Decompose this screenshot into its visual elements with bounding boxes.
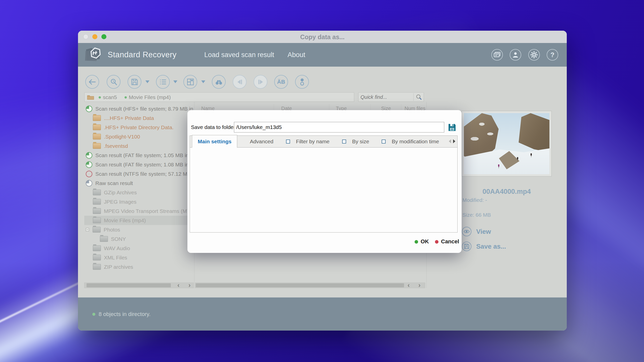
tabs-scroll-right-icon[interactable] <box>453 139 455 143</box>
skier-figure <box>517 157 518 159</box>
tree-item-icon <box>93 227 101 233</box>
tree-item[interactable]: ....HFS+ Private Data <box>84 113 194 123</box>
next-icon[interactable] <box>254 75 267 89</box>
panels-icon[interactable] <box>183 75 197 89</box>
tree-item[interactable]: Raw scan result <box>84 178 194 188</box>
browse-save-icon[interactable] <box>447 123 457 132</box>
preview-size: Size: 66 MB <box>462 212 491 218</box>
gear-icon[interactable] <box>528 49 540 61</box>
tree-item[interactable]: SONY <box>84 234 194 244</box>
tree-item[interactable]: .fseventsd <box>84 141 194 151</box>
scroll-right-icon[interactable]: › <box>418 282 421 289</box>
preview-filename: 00AA4000.mp4 <box>462 188 552 196</box>
scroll-left-icon[interactable]: ‹ <box>408 282 410 289</box>
tree-item[interactable]: Scan result (FAT file system; 1.05 MB in… <box>84 151 194 160</box>
ok-button[interactable]: OK <box>421 238 429 245</box>
tree-item-icon <box>86 180 92 187</box>
tree-item[interactable]: Scan result (HFS+ file system; 8.79 MB i… <box>84 104 194 113</box>
window-title: Copy data as... <box>78 33 567 41</box>
tree-item[interactable]: Scan result (NTFS file system; 57.12 MB … <box>84 169 194 178</box>
destination-path-input[interactable] <box>234 122 444 132</box>
tree-item-icon <box>93 124 101 130</box>
save-dropdown-icon[interactable] <box>145 80 149 83</box>
tab-checkbox[interactable] <box>342 140 346 144</box>
tree-item-icon <box>93 143 101 149</box>
tree-item[interactable]: ZIP archives <box>84 262 194 272</box>
status-text: 8 objects in directory. <box>99 311 150 318</box>
ok-dot-icon <box>415 240 418 244</box>
cancel-dot-icon <box>435 240 438 244</box>
tree-item-icon <box>93 199 101 205</box>
tree-item[interactable]: .Spotlight-V100 <box>84 132 194 141</box>
tree-item-icon <box>93 255 101 260</box>
log-icon[interactable] <box>491 49 503 61</box>
skier-figure <box>498 164 499 167</box>
app-header: Standard Recovery Load saved scan result… <box>78 43 567 67</box>
tree-expander-icon[interactable] <box>86 228 89 231</box>
tabs-scroll-left-icon[interactable] <box>449 139 451 143</box>
status-bar: 8 objects in directory. <box>78 297 567 331</box>
tree-item[interactable]: MPEG Video Transport Streams (MTS) <box>84 206 194 216</box>
breadcrumb[interactable]: scan5 Movie Files (mp4) <box>84 92 354 102</box>
copy-data-dialog: Save data to folder: Main settingsAdvanc… <box>187 110 462 253</box>
save-icon[interactable] <box>128 75 141 89</box>
quick-find-input[interactable] <box>358 93 412 102</box>
prev-icon[interactable] <box>233 75 247 89</box>
status-dot <box>99 96 101 99</box>
tree-item[interactable]: Scan result (FAT file system; 1.08 MB in… <box>84 160 194 169</box>
eye-icon <box>462 227 471 236</box>
window-titlebar: Copy data as... <box>78 31 567 43</box>
back-icon[interactable] <box>85 75 99 89</box>
tree-item[interactable]: .HFS+ Private Directory Data. <box>84 123 194 132</box>
tree-item-icon <box>86 161 92 168</box>
save-data-label: Save data to folder: <box>191 124 237 130</box>
view-button[interactable]: View <box>462 227 537 237</box>
tab-filter-by-name[interactable]: Filter by name <box>286 139 330 145</box>
tab-by-size[interactable]: By size <box>342 139 369 145</box>
menu-load-saved-scan-result[interactable]: Load saved scan result <box>204 51 274 59</box>
charset-icon[interactable]: ÄB <box>274 75 288 89</box>
cancel-button[interactable]: Cancel <box>441 238 459 245</box>
object-info-icon[interactable] <box>295 75 309 89</box>
tab-by-modification-time[interactable]: By modification time <box>382 139 439 145</box>
help-icon[interactable]: ? <box>547 49 558 61</box>
dialog-tabs: Main settingsAdvancedFilter by nameBy si… <box>190 135 458 148</box>
tab-advanced[interactable]: Advanced <box>250 139 273 145</box>
list-dropdown-icon[interactable] <box>173 80 177 83</box>
list-icon[interactable] <box>156 75 170 89</box>
save-as-button[interactable]: Save as... <box>462 242 537 252</box>
tab-checkbox[interactable] <box>382 140 386 144</box>
breadcrumb-item[interactable]: scan5 <box>103 94 117 100</box>
status-dot <box>92 313 95 316</box>
files-hscroll-thumb[interactable] <box>196 283 404 287</box>
tree-item-icon <box>86 171 92 177</box>
tree-item-icon <box>93 208 101 214</box>
tree-item[interactable]: Photos <box>84 225 194 234</box>
tab-main-settings[interactable]: Main settings <box>192 135 237 148</box>
scroll-right-icon[interactable]: › <box>188 282 191 289</box>
video-preview-thumbnail[interactable] <box>464 113 549 174</box>
scan-search-icon[interactable] <box>107 75 120 89</box>
skier-figure <box>531 153 532 156</box>
app-logo-icon <box>85 46 105 64</box>
tree-item-icon <box>93 190 101 195</box>
tree-item[interactable]: JPEG Images <box>84 197 194 206</box>
breadcrumb-item[interactable]: Movie Files (mp4) <box>129 94 171 100</box>
user-icon[interactable] <box>510 49 521 61</box>
menu-about[interactable]: About <box>288 51 305 59</box>
find-icon[interactable] <box>212 75 226 89</box>
files-hscrollbar[interactable] <box>195 283 425 288</box>
scroll-left-icon[interactable]: ‹ <box>177 282 180 289</box>
folder-icon <box>87 95 94 101</box>
tree-item[interactable]: Movie Files (mp4) <box>84 216 194 225</box>
tree-item-icon <box>93 115 101 121</box>
tab-checkbox[interactable] <box>286 140 290 144</box>
tree-item[interactable]: XML Files <box>84 253 194 262</box>
tree-item[interactable]: GZip Archives <box>84 188 194 197</box>
tree-item[interactable]: WAV Audio <box>84 244 194 253</box>
tree-item-icon <box>93 264 101 270</box>
panels-dropdown-icon[interactable] <box>201 80 205 83</box>
tree-item-icon <box>93 217 101 223</box>
search-icon[interactable] <box>414 93 424 102</box>
tree-hscroll-thumb[interactable] <box>87 283 171 287</box>
